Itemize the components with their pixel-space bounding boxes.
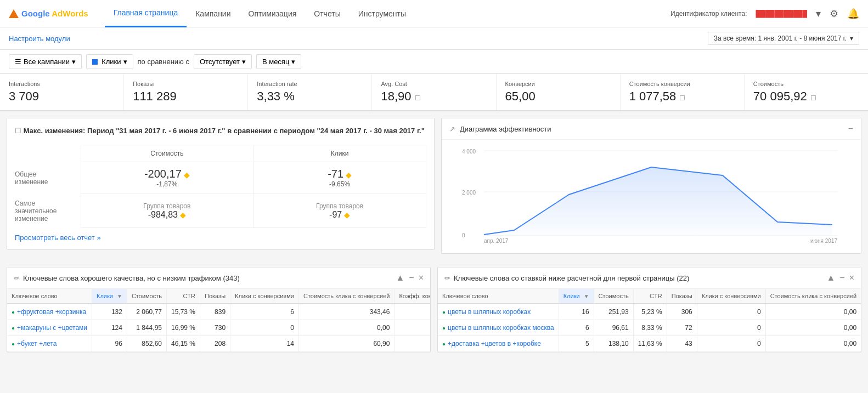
kw2-col-shows[interactable]: Показы	[667, 289, 697, 304]
kw1-icon: ✏	[14, 274, 20, 282]
chart-svg: 4 000 2 000 0	[449, 145, 853, 244]
nav-home[interactable]: Главная страница	[105, 0, 187, 27]
kw1-col-kw: Ключевое слово	[7, 289, 92, 304]
date-range-picker[interactable]: За все время: 1 янв. 2001 г. - 8 июня 20…	[708, 32, 859, 45]
keywords-table2-card: ✏ Ключевые слова со ставкой ниже расчетн…	[437, 267, 861, 352]
max-change-title: ☐ Макс. изменения: Период "31 мая 2017 г…	[15, 126, 426, 136]
kw1-minimize-btn[interactable]: −	[409, 273, 414, 283]
clicks-conv-cell: 0	[697, 320, 765, 336]
chart-card: ↗ Диаграмма эффективности − 4 000 2 000 …	[441, 118, 861, 254]
absent-arrow: ▾	[242, 58, 246, 66]
metric-shows-label: Показы	[133, 81, 239, 87]
period-btn[interactable]: В месяц ▾	[256, 54, 301, 69]
svg-marker-6	[484, 167, 832, 236]
clicks-btn[interactable]: Клики ▾	[86, 54, 133, 69]
metric-ac-label: Avg. Cost	[381, 81, 487, 87]
kw2-col-cost[interactable]: Стоимость	[594, 289, 633, 304]
kw1-col-clicks[interactable]: Клики ▼	[92, 289, 127, 304]
kw-cell: ●+макаруны с +цветами	[7, 320, 92, 336]
notifications-icon[interactable]: 🔔	[847, 8, 859, 20]
client-id-label: Идентификатор клиента:	[670, 10, 747, 18]
kw2-icon: ✏	[444, 274, 450, 282]
kw2-close-btn[interactable]: ×	[849, 273, 854, 283]
kw2-col-cost-conv[interactable]: Стоимость клика с конверсией	[765, 289, 861, 304]
kw2-col-clicks-conv[interactable]: Клики с конверсиями	[697, 289, 765, 304]
kw-link[interactable]: +макаруны с +цветами	[17, 324, 87, 332]
kw2-minimize-btn[interactable]: −	[839, 273, 844, 283]
kw1-up-icon[interactable]: ▲	[396, 273, 404, 283]
nav-tools[interactable]: Инструменты	[350, 0, 415, 27]
kw2-up-icon[interactable]: ▲	[826, 273, 835, 283]
chart-container: 4 000 2 000 0	[442, 140, 861, 253]
kw-link[interactable]: цветы в шляпных коробках	[448, 308, 531, 316]
kw-cell: ●+фруктовая +корзинка	[7, 304, 92, 320]
metric-avg-cost: Avg. Cost 18,90 ☐	[372, 74, 496, 110]
all-campaigns-btn[interactable]: ☰ Все кампании ▾	[9, 54, 82, 69]
settings-icon[interactable]: ⚙	[830, 8, 838, 20]
kw1-actions: ▲ − ×	[396, 273, 424, 283]
kw-link[interactable]: +букет +лета	[17, 340, 57, 348]
client-id-value: ███████████	[756, 10, 807, 18]
clicks-conv-cell: 0	[697, 304, 765, 320]
all-campaigns-label: Все кампании	[24, 58, 70, 66]
right-panel: ↗ Диаграмма эффективности − 4 000 2 000 …	[441, 118, 861, 260]
kw1-close-btn[interactable]: ×	[419, 273, 424, 283]
kw1-table-wrapper: Ключевое слово Клики ▼ Стоимость CTR Пок…	[7, 289, 430, 352]
nav-optimize[interactable]: Оптимизация	[240, 0, 306, 27]
change-table: Стоимость Клики Общее изменение -200,17◆…	[15, 145, 426, 228]
kw1-col-shows[interactable]: Показы	[200, 289, 230, 304]
kw1-col-cost-conv[interactable]: Стоимость клика с конверсией	[299, 289, 394, 304]
kw2-col-clicks[interactable]: Клики ▼	[559, 289, 594, 304]
kw-link[interactable]: цветы в шляпных коробках москва	[448, 324, 554, 332]
conv-rate-cell: 0,00 %	[394, 320, 430, 336]
ctr-cell: 16,99 %	[166, 320, 200, 336]
cost-conv-cell: 0,00	[765, 336, 861, 352]
kw1-col-conv-rate[interactable]: Коэфф. конв. по кликам	[394, 289, 430, 304]
metric-interactions-label: Interactions	[9, 81, 115, 87]
view-report-link[interactable]: Просмотреть весь отчет »	[15, 233, 101, 242]
chart-card-header: ↗ Диаграмма эффективности −	[442, 118, 861, 140]
chart-icon: ↗	[449, 125, 455, 133]
configure-modules-link[interactable]: Настроить модули	[9, 35, 70, 43]
kw2-col-ctr[interactable]: CTR	[633, 289, 667, 304]
svg-text:4 000: 4 000	[462, 149, 476, 155]
cost-cell: 852,60	[127, 336, 166, 352]
period-arrow: ▾	[291, 58, 295, 66]
nav-reports[interactable]: Отчеты	[305, 0, 349, 27]
row1-label: Общее изменение	[15, 162, 81, 194]
col-cost-header: Стоимость	[81, 145, 253, 162]
metric-conversions: Конверсии 65,00	[497, 74, 621, 110]
chart-minimize-btn[interactable]: −	[848, 124, 853, 134]
ctr-cell: 46,15 %	[166, 336, 200, 352]
cost-conv-cell: 0,00	[299, 320, 394, 336]
nav-campaigns[interactable]: Кампании	[187, 0, 239, 27]
metric-cc-label: Стоимость конверсии	[629, 81, 735, 87]
svg-text:июня 2017: июня 2017	[810, 238, 837, 244]
metric-cost-label: Стоимость	[753, 81, 859, 87]
metric-interactions-value: 3 709	[9, 89, 115, 104]
chart-actions: −	[848, 124, 853, 134]
kw-link[interactable]: +доставка +цветов в +коробке	[448, 340, 541, 348]
clicks-arrow: ▾	[123, 58, 127, 66]
kw1-header: ✏ Ключевые слова хорошего качества, но с…	[7, 267, 430, 289]
cost-conv-cell: 0,00	[765, 320, 861, 336]
metric-ir-value: 3,33 %	[257, 89, 363, 104]
kw-link[interactable]: +фруктовая +корзинка	[17, 308, 86, 316]
kw1-col-cost[interactable]: Стоимость	[127, 289, 166, 304]
date-range-arrow: ▾	[850, 35, 853, 42]
ctr-cell: 8,33 %	[633, 320, 667, 336]
toolbar: Настроить модули За все время: 1 янв. 20…	[0, 27, 868, 50]
account-dropdown-icon[interactable]: ▾	[816, 8, 821, 20]
metric-ac-value: 18,90 ☐	[381, 89, 487, 104]
campaigns-arrow: ▾	[72, 58, 76, 66]
clicks-color-indicator	[92, 59, 98, 65]
absent-btn[interactable]: Отсутствует ▾	[194, 54, 252, 69]
clicks-label: Клики	[102, 58, 121, 66]
table-row: ●+доставка +цветов в +коробке 5 138,10 1…	[438, 336, 861, 352]
metric-shows: Показы 111 289	[124, 74, 248, 110]
max-change-body: ☐ Макс. изменения: Период "31 мая 2017 г…	[7, 118, 434, 249]
kw1-table: Ключевое слово Клики ▼ Стоимость CTR Пок…	[7, 289, 430, 352]
metric-ac-icon: ☐	[415, 94, 421, 102]
kw1-col-ctr[interactable]: CTR	[166, 289, 200, 304]
kw1-col-clicks-conv[interactable]: Клики с конверсиями	[230, 289, 299, 304]
